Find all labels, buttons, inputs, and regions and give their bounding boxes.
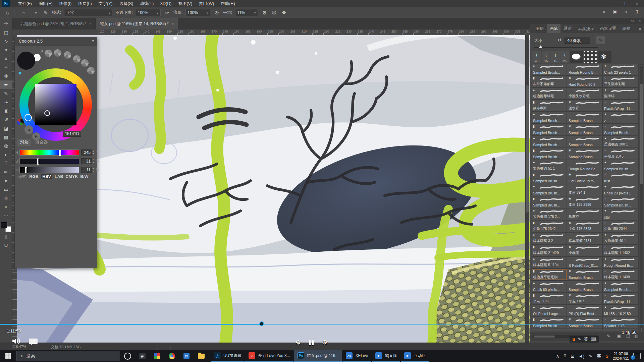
brush-settings-toggle-icon[interactable]: ✎ xyxy=(42,10,49,16)
brush-preset[interactable]: ▮尖角 175 2342 xyxy=(532,221,567,232)
brush-preset[interactable]: ❋尖角 175 2343 xyxy=(567,221,602,232)
brush-preset[interactable]: ▮粗边扁平硬毛刷 xyxy=(532,269,567,280)
scroll-down-icon[interactable]: ∨ xyxy=(640,327,643,330)
screen-mode-button[interactable]: ❏ xyxy=(0,241,12,249)
menu-item-W[interactable]: 窗口(W) xyxy=(196,0,217,7)
taskbar-app-netease[interactable]: ♪爱 (I Love You 3... xyxy=(245,350,293,362)
notification-center-button[interactable]: 1 xyxy=(633,353,641,359)
path-selection-tool[interactable]: ➤ xyxy=(0,176,12,185)
brush-preset-picker[interactable]: 40 xyxy=(17,11,30,14)
taskbar-app-hudong[interactable]: ▶互动区 xyxy=(401,350,429,362)
menu-item-S[interactable]: 选择(S) xyxy=(116,0,137,7)
eyedropper-tool[interactable]: ✧ xyxy=(0,63,12,72)
brush-preset[interactable]: ▮样本画笔 2 1429 xyxy=(532,245,567,256)
brush-preset[interactable]: ◗Splatter 1116 xyxy=(603,317,638,328)
type-tool[interactable]: T xyxy=(0,159,12,168)
scrollbar-thumb[interactable] xyxy=(640,84,643,184)
taskbar-app-uu[interactable]: ◎UU加速器 xyxy=(211,350,245,362)
brush-preset[interactable]: ◗样本画笔 1 1439 xyxy=(603,269,638,280)
chevron-down-icon[interactable]: ∨ xyxy=(623,10,630,14)
search-icon[interactable]: ⌕ xyxy=(601,9,607,15)
brush-preset[interactable]: ❋Flat Bristle 1975 xyxy=(567,172,602,184)
recent-brush-thumb-blob[interactable] xyxy=(570,51,583,63)
panel-tab-通道[interactable]: 通道 xyxy=(561,24,575,33)
file-explorer-button[interactable] xyxy=(194,350,209,362)
ime-keyboard-icon[interactable]: ⌨ xyxy=(591,337,596,342)
size-input[interactable]: 40 像素 xyxy=(565,37,590,44)
brush-preset[interactable]: ∙样本画笔 1 1436 xyxy=(567,329,602,330)
recent-brush-tip[interactable]: ⌇40 xyxy=(532,51,541,63)
quick-mask-button[interactable]: ▒ xyxy=(0,232,12,241)
workspace-icon[interactable]: ▣ xyxy=(612,9,619,15)
pencil-tool[interactable]: ✎ xyxy=(0,89,12,98)
size-slider[interactable] xyxy=(534,47,598,48)
recent-brush-thumb-noise[interactable] xyxy=(584,51,597,63)
history-back-button[interactable]: ◀ xyxy=(24,125,33,134)
menu-item-F[interactable]: 文件(F) xyxy=(15,0,35,7)
chevron-down-icon[interactable]: ∨ xyxy=(33,11,39,14)
quick-selection-tool[interactable]: ✦ xyxy=(0,46,12,54)
status-arrow-icon[interactable]: 〈 xyxy=(168,345,171,350)
minimize-button[interactable]: – xyxy=(606,0,614,7)
brush-preset[interactable]: ●样本画笔 5 1104 xyxy=(532,257,567,268)
slider-handle[interactable] xyxy=(37,159,39,165)
menu-item-E[interactable]: 编辑(E) xyxy=(35,0,56,7)
brush-preset[interactable]: ✦star xyxy=(603,208,638,220)
brush-preset[interactable]: ✦实边椭圆 40 1 xyxy=(603,233,638,244)
brush-preset[interactable]: ❋柔角 175 2336 xyxy=(567,196,602,208)
brush-preset[interactable]: ∙马赛克 xyxy=(567,208,602,220)
saturation-value-box[interactable] xyxy=(35,84,76,125)
harmony-icon[interactable] xyxy=(87,67,95,74)
clone-stamp-tool[interactable]: ♜ xyxy=(0,107,12,115)
brightness-icon[interactable]: ✹ xyxy=(18,71,22,76)
hex-input[interactable]: 15141D xyxy=(63,131,81,137)
S-value-input[interactable]: 31 xyxy=(81,158,92,164)
swap-colors-icon[interactable]: ⇄ xyxy=(40,49,43,54)
brush-preset[interactable]: ∙Rough Round Br... xyxy=(567,64,602,75)
recent-brush-tip[interactable]: ⌇15 xyxy=(551,51,560,63)
val-slider[interactable] xyxy=(19,167,79,173)
move-tool[interactable]: ✢ xyxy=(0,19,12,28)
tray-expand-icon[interactable]: ∧ xyxy=(556,354,559,359)
lasso-tool[interactable]: ∿ xyxy=(0,37,12,46)
color-mode-LAB[interactable]: LAB xyxy=(55,174,63,179)
menu-item-Y[interactable]: 文字(Y) xyxy=(95,0,116,7)
color-mode-CMYK[interactable]: CMYK xyxy=(66,174,78,179)
brush-preset[interactable]: ◗平扇形 2345 xyxy=(603,148,638,160)
eraser-tool[interactable]: ◪ xyxy=(0,124,12,133)
brush-preset[interactable]: ◗rust 1 xyxy=(603,172,638,184)
brush-preset[interactable]: ▮Sampled Brush... xyxy=(532,317,567,328)
pressure-opacity-icon[interactable]: ✑ xyxy=(164,10,170,16)
pen-tool[interactable]: ✑ xyxy=(0,168,12,176)
menu-item-T[interactable]: 滤镜(T) xyxy=(137,0,157,7)
recent-brush-tip[interactable]: ⌇15 xyxy=(542,51,550,63)
brush-preset[interactable]: ❋Hard Round 50 2 xyxy=(567,76,602,87)
pen-link-icon[interactable]: ✎ xyxy=(589,354,592,359)
brush-preset[interactable]: ✦Rough Round Br... xyxy=(603,257,638,268)
restore-button[interactable]: ❐ xyxy=(619,0,628,7)
edit-toolbar[interactable]: ⋯ xyxy=(0,211,12,220)
chrome-button[interactable] xyxy=(164,350,179,362)
store-button[interactable]: ▤ xyxy=(179,350,194,362)
crop-tool[interactable]: ⌗ xyxy=(0,54,12,63)
menu-item-L[interactable]: 图层(L) xyxy=(75,0,95,7)
brush-preset[interactable]: ▮Sampled Brush... xyxy=(532,196,567,208)
healing-brush-tool[interactable]: ✚ xyxy=(0,72,12,80)
brush-preset[interactable]: ◗Plastic Wrap - Li... xyxy=(603,100,638,111)
brush-preset[interactable]: ◗平头湿水彩笔 xyxy=(603,76,638,87)
stepper-icon[interactable]: ▴▾ xyxy=(93,158,94,164)
brush-preset[interactable]: ∙PS (D) Flat Brist... xyxy=(567,305,602,316)
projection-icon[interactable]: ⊡ xyxy=(571,354,574,359)
brush-preset[interactable]: ▮Sampled Brush... xyxy=(532,172,567,184)
stepper-icon[interactable]: ▴▾ xyxy=(93,149,94,155)
opacity-select[interactable]: 100% ∨ xyxy=(136,9,161,16)
progress-handle[interactable] xyxy=(259,321,264,326)
brush-preset[interactable]: ▮非常不错的草... xyxy=(532,76,567,87)
brush-preset[interactable]: ∙Sampled Brush... xyxy=(567,112,602,123)
hue-ring-selector[interactable] xyxy=(24,114,32,121)
color-mode-B/W[interactable]: B/W xyxy=(80,174,88,179)
taskbar-clock[interactable]: 21:07:09 2024/7/11 xyxy=(613,351,629,361)
brush-preset[interactable]: ▮散布枫叶 xyxy=(532,100,567,111)
sv-selector[interactable] xyxy=(44,110,50,116)
home-icon[interactable]: ⌂ xyxy=(4,10,11,15)
